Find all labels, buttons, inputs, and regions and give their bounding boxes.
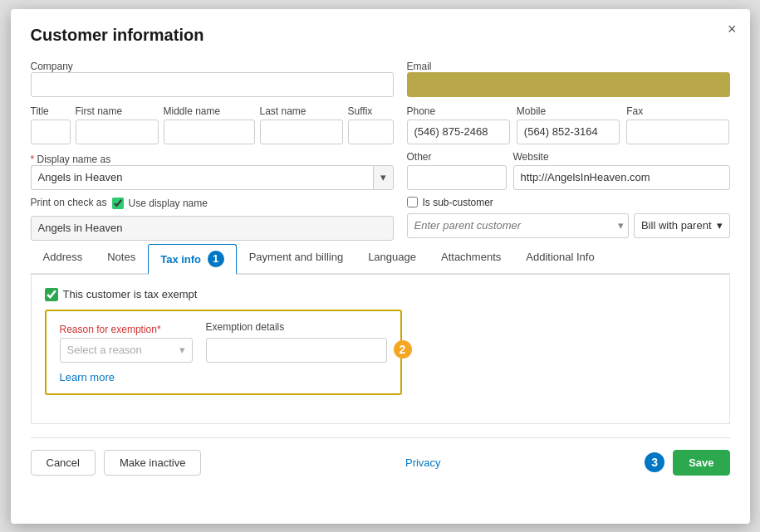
modal-title: Customer information — [31, 26, 730, 45]
print-on-check-label: Print on check as — [31, 197, 107, 208]
tax-exempt-label: This customer is tax exempt — [63, 288, 198, 300]
website-label: Website — [513, 151, 730, 163]
tax-exempt-checkbox[interactable] — [45, 288, 58, 301]
first-name-input[interactable] — [76, 120, 159, 144]
customer-information-modal: × Customer information Company Title Fir… — [11, 9, 750, 524]
reason-placeholder: Select a reason — [67, 344, 142, 356]
sub-customer-row: Is sub-customer — [407, 197, 730, 208]
website-input[interactable] — [513, 165, 730, 190]
reason-select-dropdown[interactable]: Select a reason ▾ — [60, 338, 193, 363]
other-label: Other — [407, 151, 507, 163]
footer-left-actions: Cancel Make inactive — [31, 450, 202, 476]
fax-input[interactable] — [626, 120, 729, 144]
tab-address[interactable]: Address — [31, 244, 96, 275]
display-name-dropdown-arrow[interactable]: ▾ — [373, 165, 394, 190]
title-input[interactable] — [31, 120, 71, 144]
phone-input[interactable] — [407, 120, 510, 144]
exemption-details-label: Exemption details — [206, 321, 387, 333]
suffix-label: Suffix — [348, 105, 394, 117]
tax-info-section: This customer is tax exempt Reason for e… — [45, 288, 716, 395]
reason-label: Reason for exemption* — [60, 324, 193, 335]
footer-right-actions: 3 Save — [645, 450, 729, 476]
save-button[interactable]: Save — [673, 450, 729, 476]
middle-name-input[interactable] — [164, 120, 255, 144]
cancel-button[interactable]: Cancel — [31, 450, 96, 476]
is-sub-customer-checkbox[interactable] — [407, 197, 418, 207]
display-name-input[interactable] — [31, 165, 373, 190]
bill-with-parent-dropdown[interactable]: Bill with parent ▾ — [634, 213, 730, 238]
tab-payment-billing[interactable]: Payment and billing — [237, 244, 355, 275]
learn-more-link[interactable]: Learn more — [60, 371, 387, 383]
other-website-row: Other Website — [407, 151, 730, 190]
exemption-fields-row: Reason for exemption* Select a reason ▾ … — [60, 321, 387, 363]
tab-language[interactable]: Language — [355, 244, 429, 275]
tax-exempt-check-row: This customer is tax exempt — [45, 288, 716, 301]
first-name-label: First name — [76, 105, 159, 117]
use-display-name-label: Use display name — [129, 198, 208, 209]
last-name-input[interactable] — [260, 120, 343, 144]
tabs-bar: Address Notes Tax info 1 Payment and bil… — [31, 244, 730, 275]
step-3-badge: 3 — [645, 452, 664, 472]
tab-content-area: This customer is tax exempt Reason for e… — [31, 275, 730, 424]
step-2-badge: 2 — [394, 340, 412, 359]
company-input[interactable] — [31, 72, 394, 97]
tab-additional-info[interactable]: Additional Info — [513, 244, 606, 275]
bill-with-parent-arrow: ▾ — [717, 219, 723, 232]
close-button[interactable]: × — [728, 21, 737, 38]
phone-row: Phone Mobile Fax — [407, 105, 730, 144]
middle-name-label: Middle name — [164, 105, 255, 117]
exemption-box: Reason for exemption* Select a reason ▾ … — [45, 310, 402, 395]
step-1-badge: 1 — [208, 251, 224, 267]
last-name-label: Last name — [260, 105, 343, 117]
mobile-label: Mobile — [517, 105, 620, 117]
display-name-row: Display name as ▾ — [31, 153, 394, 190]
print-on-check-input[interactable] — [31, 216, 394, 241]
name-row: Title First name Middle name Last name S… — [31, 105, 394, 144]
other-input[interactable] — [407, 165, 507, 190]
modal-footer: Cancel Make inactive Privacy 3 Save — [31, 437, 730, 476]
print-on-check-row: Print on check as Use display name — [31, 197, 394, 241]
bill-with-parent-label: Bill with parent — [641, 219, 712, 232]
tab-tax-info[interactable]: Tax info 1 — [148, 244, 237, 275]
is-sub-customer-label: Is sub-customer — [423, 197, 493, 208]
exemption-details-input[interactable] — [206, 338, 387, 363]
email-input[interactable] — [407, 72, 730, 97]
parent-customer-arrow[interactable]: ▾ — [618, 219, 624, 232]
suffix-input[interactable] — [348, 120, 394, 144]
tab-notes[interactable]: Notes — [95, 244, 148, 275]
make-inactive-button[interactable]: Make inactive — [104, 450, 201, 476]
reason-dropdown-arrow: ▾ — [179, 344, 185, 356]
phone-label: Phone — [407, 105, 510, 117]
parent-customer-input[interactable] — [407, 213, 629, 238]
reason-required-star: * — [157, 324, 161, 335]
exemption-details-field: Exemption details 2 — [206, 321, 387, 363]
display-name-label: Display name as — [31, 154, 111, 165]
fax-label: Fax — [626, 105, 729, 117]
company-label: Company — [31, 61, 73, 72]
privacy-link[interactable]: Privacy — [201, 456, 645, 469]
parent-customer-row: ▾ Bill with parent ▾ — [407, 213, 730, 238]
tab-attachments[interactable]: Attachments — [429, 244, 513, 275]
reason-for-exemption-field: Reason for exemption* Select a reason ▾ — [60, 324, 193, 363]
mobile-input[interactable] — [517, 120, 620, 144]
use-display-name-checkbox[interactable] — [112, 198, 124, 209]
title-label: Title — [31, 105, 71, 117]
email-label: Email — [407, 61, 432, 72]
